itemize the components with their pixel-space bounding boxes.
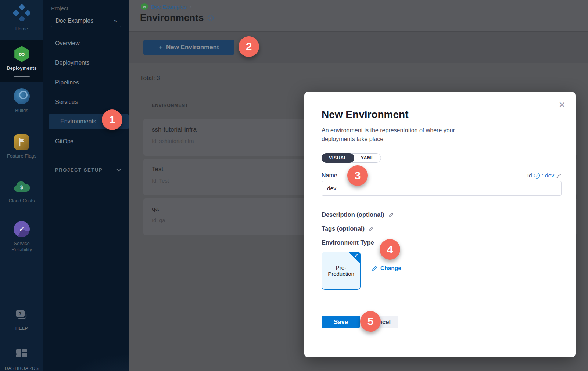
save-button[interactable]: Save bbox=[322, 316, 360, 328]
annotation-step-4: 4 bbox=[380, 239, 400, 260]
environment-type-label: Environment Type bbox=[322, 239, 374, 246]
sidebar-item-home[interactable]: Home bbox=[0, 0, 43, 40]
edit-tags-pencil-icon[interactable] bbox=[368, 226, 374, 232]
svg-text:?: ? bbox=[19, 311, 21, 316]
annotation-step-2: 2 bbox=[239, 36, 259, 57]
selected-module-underline bbox=[14, 76, 30, 77]
environment-type-value: Pre-Production bbox=[325, 264, 357, 277]
total-count: Total: 3 bbox=[140, 75, 160, 82]
environment-name: Test bbox=[152, 166, 163, 173]
sidebar-label-cloud-costs: Cloud Costs bbox=[9, 198, 35, 204]
module-nav: Home ∞ Deployments Builds Feature Flags bbox=[0, 0, 43, 371]
modal-title: New Environment bbox=[322, 108, 562, 121]
sidebar-item-cloud-costs[interactable]: $ Cloud Costs bbox=[0, 181, 43, 204]
sidebar-label-service-reliability: Service Reliability bbox=[6, 241, 37, 253]
sidebar-item-gitops[interactable]: GitOps bbox=[43, 134, 129, 149]
builds-icon bbox=[14, 88, 30, 104]
close-icon[interactable]: × bbox=[559, 99, 565, 110]
harness-app: Home ∞ Deployments Builds Feature Flags bbox=[0, 0, 588, 371]
sidebar-item-dashboards[interactable]: DASHBOARDS bbox=[0, 348, 43, 371]
svg-text:$: $ bbox=[20, 184, 23, 190]
sidebar-item-services[interactable]: Services bbox=[43, 95, 129, 109]
sidebar-item-pipelines[interactable]: Pipelines bbox=[43, 75, 129, 90]
visual-yaml-toggle: VISUAL YAML bbox=[322, 153, 381, 163]
breadcrumb-separator: › bbox=[190, 3, 192, 10]
annotation-step-1: 1 bbox=[102, 109, 122, 130]
project-label: Project bbox=[51, 5, 68, 11]
page-title: Environments bbox=[140, 12, 204, 24]
project-selector[interactable]: Doc Examples » bbox=[51, 15, 121, 27]
sidebar-label-deployments: Deployments bbox=[7, 65, 37, 72]
annotation-step-3: 3 bbox=[347, 165, 368, 186]
environment-id: Id: sshtutorialinfra bbox=[152, 138, 194, 144]
sidebar-label-feature-flags: Feature Flags bbox=[7, 153, 36, 159]
page-header: ∞ Doc Examples › Environments i bbox=[129, 0, 588, 31]
tags-label: Tags (optional) bbox=[322, 225, 365, 232]
dashboards-icon bbox=[15, 348, 28, 362]
info-icon[interactable]: i bbox=[208, 15, 214, 21]
tab-visual[interactable]: VISUAL bbox=[322, 153, 354, 163]
feature-flags-icon bbox=[14, 134, 29, 150]
new-environment-button-label: New Environment bbox=[166, 44, 219, 51]
description-label: Description (optional) bbox=[322, 211, 384, 218]
environment-name: qa bbox=[152, 205, 159, 213]
double-chevron-icon: » bbox=[114, 17, 116, 25]
service-reliability-icon: ✓ bbox=[14, 221, 30, 237]
sidebar-item-deployments-sub[interactable]: Deployments bbox=[43, 55, 129, 70]
sidebar-item-deployments[interactable]: ∞ Deployments bbox=[0, 40, 43, 82]
plus-icon: + bbox=[158, 43, 163, 52]
sidebar-item-overview[interactable]: Overview bbox=[43, 36, 129, 51]
environment-id: Id: qa bbox=[152, 217, 165, 223]
nav-divider bbox=[55, 161, 121, 161]
cloud-costs-icon: $ bbox=[13, 181, 31, 195]
project-setup-label: PROJECT SETUP bbox=[55, 167, 103, 173]
id-value: dev bbox=[545, 172, 554, 179]
sidebar-item-feature-flags[interactable]: Feature Flags bbox=[0, 134, 43, 159]
chevron-down-icon bbox=[116, 167, 121, 172]
harness-home-icon bbox=[13, 4, 30, 23]
deployments-icon: ∞ bbox=[14, 46, 30, 62]
toolbar: + New Environment bbox=[129, 31, 588, 63]
sidebar-label-dashboards: DASHBOARDS bbox=[5, 365, 39, 371]
breadcrumb: ∞ Doc Examples › bbox=[141, 3, 192, 10]
sidebar-item-builds[interactable]: Builds bbox=[0, 88, 43, 114]
id-separator: : bbox=[542, 172, 543, 179]
sidebar-item-service-reliability[interactable]: ✓ Service Reliability bbox=[0, 221, 43, 253]
new-environment-button[interactable]: + New Environment bbox=[143, 40, 234, 55]
annotation-step-5: 5 bbox=[360, 311, 381, 332]
sidebar-label-home: Home bbox=[15, 26, 28, 32]
edit-description-pencil-icon[interactable] bbox=[388, 212, 394, 218]
edit-pencil-icon bbox=[372, 265, 378, 271]
tab-yaml[interactable]: YAML bbox=[354, 154, 381, 162]
sidebar-label-builds: Builds bbox=[15, 108, 28, 114]
change-environment-type-link[interactable]: Change bbox=[372, 265, 401, 271]
project-selector-value: Doc Examples bbox=[55, 18, 114, 24]
edit-id-pencil-icon[interactable] bbox=[556, 173, 562, 179]
check-icon: ✓ bbox=[354, 253, 358, 258]
new-environment-modal: × New Environment An environment is the … bbox=[304, 92, 576, 357]
column-header-environment: ENVIRONMENT bbox=[152, 103, 188, 108]
id-info-icon[interactable]: i bbox=[534, 173, 540, 179]
project-setup-section[interactable]: PROJECT SETUP bbox=[55, 167, 121, 173]
deployments-module-icon: ∞ bbox=[141, 3, 148, 10]
breadcrumb-project-link[interactable]: Doc Examples bbox=[151, 4, 187, 10]
help-icon: ? bbox=[15, 310, 28, 322]
change-link-label: Change bbox=[380, 265, 401, 271]
sidebar-label-help: HELP bbox=[15, 325, 28, 331]
sidebar-item-help[interactable]: ? HELP bbox=[0, 310, 43, 331]
modal-subtitle: An environment is the representation of … bbox=[322, 126, 476, 144]
id-label: Id bbox=[527, 172, 532, 179]
name-label: Name bbox=[322, 172, 337, 179]
environment-type-card-pre-production[interactable]: Pre-Production ✓ bbox=[322, 252, 361, 290]
id-chip: Id i : dev bbox=[527, 172, 562, 179]
project-nav: Project Doc Examples » Overview Deployme… bbox=[43, 0, 129, 371]
environment-id: Id: Test bbox=[152, 178, 169, 184]
environment-name: ssh-tutorial-infra bbox=[152, 126, 197, 133]
